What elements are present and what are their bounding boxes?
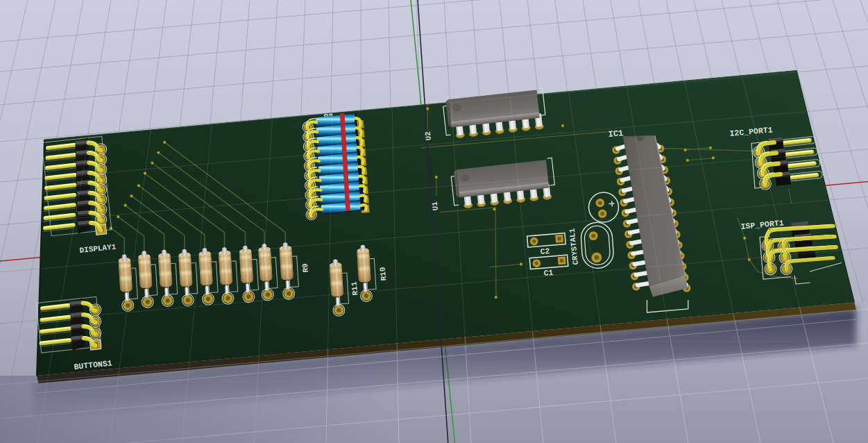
svg-text:R9: R9 <box>301 263 310 273</box>
svg-text:R11: R11 <box>350 281 359 296</box>
svg-text:U2: U2 <box>424 131 433 141</box>
svg-text:U1: U1 <box>431 201 440 211</box>
svg-text:R10: R10 <box>378 267 388 281</box>
svg-text:IC1: IC1 <box>608 128 624 140</box>
svg-text:C2: C2 <box>540 246 550 256</box>
